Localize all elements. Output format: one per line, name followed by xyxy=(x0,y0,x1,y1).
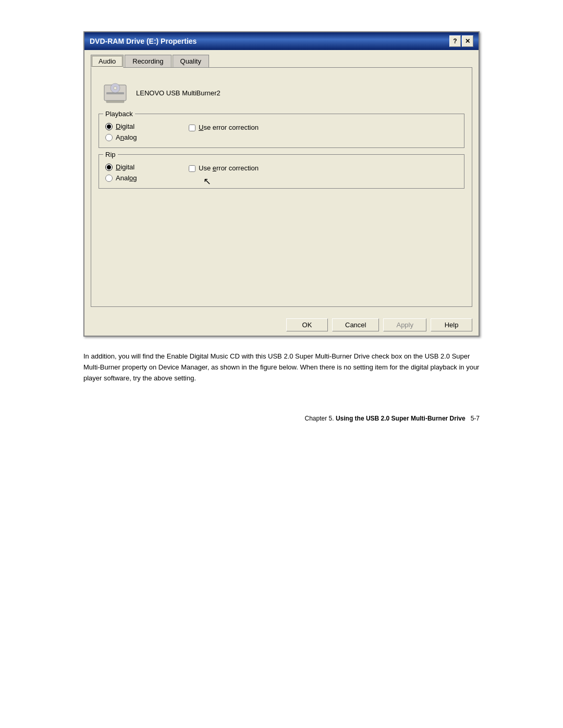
tab-quality-label: Quality xyxy=(180,57,201,65)
rip-digital-row: Digital xyxy=(105,163,189,171)
cancel-button[interactable]: Cancel xyxy=(332,318,379,331)
playback-checkbox-col: Use error correction xyxy=(189,122,259,131)
drive-icon xyxy=(103,80,128,105)
rip-radio-column: Digital Analog xyxy=(105,163,189,182)
playback-group-label: Playback xyxy=(103,110,135,118)
rip-analog-radio[interactable] xyxy=(105,175,113,182)
chapter-label: Chapter 5. xyxy=(305,415,334,422)
rip-digital-label: Digital xyxy=(116,163,134,171)
ok-button[interactable]: OK xyxy=(286,318,328,331)
dialog-title: DVD-RAM Drive (E:) Properties xyxy=(90,37,197,45)
drive-section: LENOVO USB MultiBurner2 xyxy=(99,75,464,114)
svg-point-3 xyxy=(114,87,117,90)
playback-error-correction-checkbox[interactable] xyxy=(189,125,195,131)
title-bar-buttons: ? ✕ xyxy=(449,35,473,47)
body-paragraph: In addition, you will find the Enable Di… xyxy=(83,351,480,384)
help-title-button[interactable]: ? xyxy=(449,35,461,47)
close-title-button[interactable]: ✕ xyxy=(462,35,473,47)
dialog-body: Audio Recording Quality xyxy=(84,50,479,313)
svg-rect-4 xyxy=(106,101,124,103)
rip-group-content: Digital Analog Use error correction xyxy=(105,159,458,182)
tab-recording-label: Recording xyxy=(132,57,163,65)
playback-digital-radio[interactable] xyxy=(105,123,113,130)
rip-checkbox-col: Use error correction xyxy=(189,163,259,172)
rip-analog-label: Analog xyxy=(116,174,137,182)
rip-analog-row: Analog xyxy=(105,174,189,182)
apply-button[interactable]: Apply xyxy=(383,318,426,331)
rip-group: Rip ↖ Digital Analog xyxy=(99,154,464,189)
rip-digital-radio[interactable] xyxy=(105,164,113,171)
playback-radio-column: Digital Analog xyxy=(105,122,189,141)
tab-audio[interactable]: Audio xyxy=(91,55,124,68)
tab-quality[interactable]: Quality xyxy=(173,55,209,68)
tab-audio-label: Audio xyxy=(99,57,116,65)
playback-analog-label: Analog xyxy=(116,133,137,141)
tab-content: LENOVO USB MultiBurner2 Playback Digital… xyxy=(91,67,472,307)
rip-error-correction-label: Use error correction xyxy=(199,164,259,172)
body-text: In addition, you will find the Enable Di… xyxy=(83,351,480,384)
playback-group-content: Digital Analog Use error correction xyxy=(105,118,458,141)
footer-text: Chapter 5. Using the USB 2.0 Super Multi… xyxy=(83,415,480,422)
playback-digital-row: Digital xyxy=(105,122,189,130)
help-button[interactable]: Help xyxy=(431,318,472,331)
playback-group: Playback Digital Analog xyxy=(99,114,464,148)
drive-name-label: LENOVO USB MultiBurner2 xyxy=(136,89,221,97)
chapter-bold-label: Using the USB 2.0 Super Multi-Burner Dri… xyxy=(336,415,466,422)
rip-error-correction-checkbox[interactable] xyxy=(189,165,195,172)
content-spacer xyxy=(99,195,464,299)
playback-digital-underline: D xyxy=(116,122,120,130)
playback-digital-label: Digital xyxy=(116,122,134,130)
dvd-drive-svg xyxy=(103,81,127,105)
playback-error-correction-label: Use error correction xyxy=(199,124,259,131)
properties-dialog: DVD-RAM Drive (E:) Properties ? ✕ Audio … xyxy=(83,31,480,337)
playback-analog-row: Analog xyxy=(105,133,189,141)
tabs-row: Audio Recording Quality xyxy=(91,55,472,68)
tab-recording[interactable]: Recording xyxy=(125,55,171,68)
page-number: 5-7 xyxy=(471,415,480,422)
rip-group-label: Rip xyxy=(103,151,118,158)
playback-analog-radio[interactable] xyxy=(105,134,113,141)
title-bar: DVD-RAM Drive (E:) Properties ? ✕ xyxy=(84,32,479,50)
button-row: OK Cancel Apply Help xyxy=(84,313,479,336)
